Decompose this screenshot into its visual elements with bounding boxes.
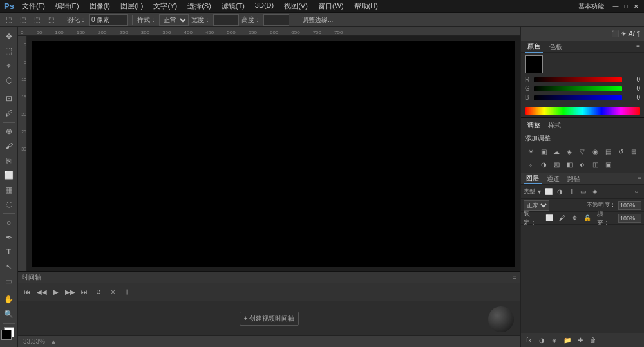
- panel-icon-ai[interactable]: Ai: [629, 30, 635, 37]
- panel-icon-adj[interactable]: ☀: [621, 30, 627, 37]
- tool-shape[interactable]: ▭: [2, 274, 16, 288]
- layer-filter-pixel[interactable]: ⬜: [544, 187, 554, 197]
- canvas-container[interactable]: [27, 36, 520, 271]
- lock-pixels-btn[interactable]: 🖌: [557, 213, 567, 223]
- layer-filter-text[interactable]: T: [567, 187, 577, 197]
- tool-eyedropper[interactable]: 🖊: [2, 106, 16, 120]
- tl-next-btn[interactable]: ▶▶: [64, 286, 76, 298]
- menu-item-5[interactable]: 选择(S): [185, 0, 214, 12]
- adj-threshold[interactable]: ◧: [564, 158, 575, 170]
- adj-tab-adjust[interactable]: 调整: [525, 120, 543, 131]
- tl-prev-btn[interactable]: ◀◀: [36, 286, 48, 298]
- timeline-add-button[interactable]: + 创建视频时间轴: [240, 312, 299, 326]
- adj-vibrance[interactable]: ▽: [576, 145, 588, 157]
- color-panel-menu[interactable]: ≡: [636, 43, 640, 50]
- layer-filter-adj[interactable]: ◑: [555, 187, 565, 197]
- b-slider[interactable]: [534, 95, 622, 100]
- status-arrow-icon[interactable]: ▲: [50, 338, 57, 345]
- tl-play-btn[interactable]: ▶: [50, 286, 62, 298]
- layers-tab-channels[interactable]: 通道: [544, 174, 562, 184]
- adj-more[interactable]: ▣: [602, 158, 614, 170]
- menu-item-1[interactable]: 编辑(E): [53, 0, 82, 12]
- tool-pen[interactable]: ✒: [2, 230, 16, 245]
- lock-move-btn[interactable]: ✥: [570, 213, 580, 223]
- width-input[interactable]: [213, 14, 239, 26]
- timeline-content[interactable]: + 创建视频时间轴: [18, 301, 520, 335]
- maximize-button[interactable]: □: [622, 3, 630, 10]
- fg-color-swatch[interactable]: [1, 330, 12, 340]
- tool-zoom[interactable]: 🔍: [2, 307, 16, 321]
- tool-quicksel[interactable]: ⬡: [2, 73, 16, 88]
- tool-eraser[interactable]: ⬜: [2, 168, 16, 182]
- menu-item-3[interactable]: 图层(L): [118, 0, 146, 12]
- adj-selective-color[interactable]: ◫: [589, 158, 601, 170]
- menu-item-2[interactable]: 图像(I): [87, 0, 113, 12]
- tl-conv-btn[interactable]: ⎹⎸: [121, 286, 133, 298]
- menu-item-10[interactable]: 帮助(H): [352, 0, 381, 12]
- menu-item-6[interactable]: 滤镜(T): [219, 0, 247, 12]
- adj-exposure[interactable]: ◈: [564, 145, 575, 157]
- menu-item-7[interactable]: 3D(D): [252, 0, 276, 12]
- minimize-button[interactable]: —: [612, 3, 620, 10]
- adj-bright-contrast[interactable]: ☀: [525, 145, 536, 157]
- swatches-tab[interactable]: 色板: [547, 41, 565, 53]
- tl-loop-btn[interactable]: ↺: [93, 286, 104, 298]
- layer-filter-toggle[interactable]: ○: [631, 187, 641, 197]
- layer-adj-btn[interactable]: ◈: [549, 335, 560, 346]
- adj-invert[interactable]: ◑: [538, 158, 549, 170]
- tool-hand[interactable]: ✋: [2, 292, 16, 306]
- layer-filter-smart[interactable]: ◈: [590, 187, 600, 197]
- toolbar-icon-4[interactable]: ⬚: [45, 15, 57, 24]
- tool-brush[interactable]: 🖌: [2, 139, 16, 153]
- tl-first-btn[interactable]: ⏮: [22, 286, 33, 298]
- adj-photo-filter[interactable]: ↺: [615, 145, 627, 157]
- menu-item-4[interactable]: 文字(Y): [151, 0, 180, 12]
- layer-filter-shape[interactable]: ▭: [578, 187, 589, 197]
- r-slider[interactable]: [534, 77, 622, 82]
- workspace-label[interactable]: 基本功能: [578, 2, 604, 11]
- adjust-edge-btn[interactable]: 调整边缘...: [299, 14, 336, 26]
- timeline-menu-icon[interactable]: ≡: [513, 274, 516, 281]
- adj-gradient-map[interactable]: ⬖: [576, 158, 588, 170]
- layers-menu-icon[interactable]: ≡: [638, 175, 641, 182]
- tool-lasso[interactable]: ⌖: [2, 59, 16, 73]
- tool-move[interactable]: ✥: [2, 30, 16, 44]
- fill-input[interactable]: [618, 214, 641, 223]
- color-tab[interactable]: 颜色: [525, 41, 543, 53]
- tool-heal[interactable]: ⊕: [2, 125, 16, 139]
- tl-last-btn[interactable]: ⏭: [79, 286, 90, 298]
- layers-tab-layers[interactable]: 图层: [524, 173, 542, 184]
- color-preview-fg[interactable]: [525, 55, 543, 73]
- panel-icon-color[interactable]: ⬛: [611, 30, 619, 37]
- menu-item-0[interactable]: 文件(F): [19, 0, 48, 12]
- adj-cb[interactable]: ▤: [602, 145, 614, 157]
- menu-item-9[interactable]: 窗口(W): [316, 0, 346, 12]
- layer-del-btn[interactable]: 🗑: [588, 335, 598, 346]
- tool-pathsel[interactable]: ↖: [2, 259, 16, 274]
- adj-curves[interactable]: ☁: [551, 145, 562, 157]
- toolbar-icon-2[interactable]: ⬚: [17, 15, 29, 24]
- close-button[interactable]: ✕: [632, 3, 640, 10]
- adj-channel-mixer[interactable]: ⊟: [628, 145, 639, 157]
- feather-input[interactable]: [89, 14, 128, 26]
- adj-levels[interactable]: ▣: [538, 145, 549, 157]
- color-swatches[interactable]: [0, 327, 18, 345]
- layer-mask-btn[interactable]: ◑: [536, 335, 547, 346]
- tool-blur[interactable]: ◌: [2, 198, 16, 212]
- canvas[interactable]: [32, 41, 515, 267]
- tool-marquee[interactable]: ⬚: [2, 44, 16, 59]
- lock-transparent-btn[interactable]: ⬜: [545, 213, 554, 223]
- tl-time-btn[interactable]: ⧖: [107, 286, 118, 298]
- tool-clone[interactable]: ⎘: [2, 154, 16, 168]
- opacity-input[interactable]: [618, 201, 641, 210]
- toolbar-icon-1[interactable]: ⬚: [3, 15, 15, 24]
- adj-hsl[interactable]: ◉: [589, 145, 601, 157]
- panel-icon-note[interactable]: ¶: [637, 30, 640, 37]
- adj-tab-style[interactable]: 样式: [545, 120, 564, 131]
- adj-posterize[interactable]: ▧: [551, 158, 562, 170]
- layers-tab-paths[interactable]: 路径: [565, 174, 583, 184]
- adj-color-lookup[interactable]: ⬦: [525, 158, 536, 170]
- tool-gradient[interactable]: ▦: [2, 183, 16, 197]
- tool-dodge[interactable]: ○: [2, 216, 16, 230]
- color-spectrum[interactable]: [525, 107, 640, 115]
